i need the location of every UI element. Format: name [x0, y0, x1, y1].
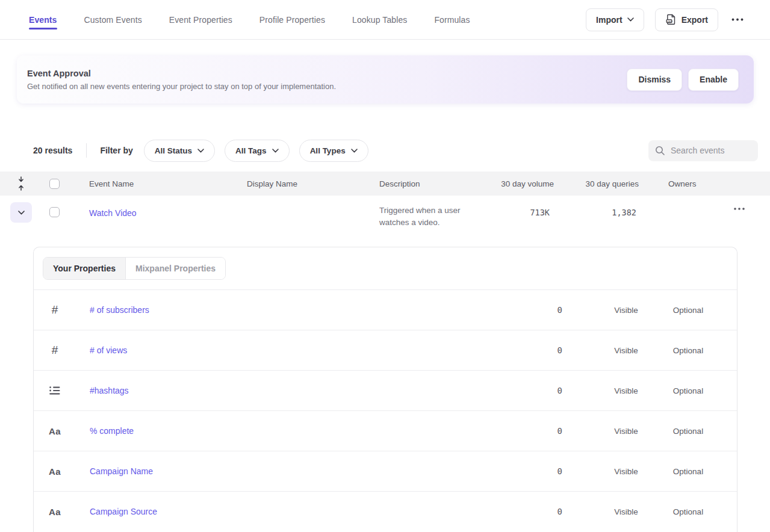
event-volume: 713K [494, 196, 554, 217]
event-description: Triggered when a user watches a video. [379, 196, 494, 229]
property-volume: 0 [502, 305, 562, 315]
property-volume: 0 [502, 507, 562, 516]
header-event-name: Event Name [66, 179, 247, 188]
nav-actions: Import csv Export [586, 8, 770, 31]
property-type-cell: # Aa [34, 466, 76, 477]
more-options-button[interactable] [729, 18, 746, 21]
lexicon-events-page: EventsCustom EventsEvent PropertiesProfi… [0, 0, 770, 532]
banner-description: Get notified on all new events entering … [27, 82, 336, 91]
list-type-icon [49, 386, 60, 395]
property-requirement: Optional [658, 467, 718, 476]
property-name-link[interactable]: Campaign Source [90, 507, 157, 516]
property-type-cell: # Aa [34, 507, 76, 517]
property-volume: 0 [502, 345, 562, 355]
search-input[interactable] [671, 146, 751, 155]
filter-dropdown-label: All Tags [235, 146, 267, 155]
table-header-row: Event Name Display Name Description 30 d… [0, 172, 770, 196]
nav-tab-profile-properties[interactable]: Profile Properties [259, 0, 325, 40]
property-name-link[interactable]: # of subscribers [90, 305, 149, 315]
banner-title: Event Approval [27, 69, 336, 78]
number-type-icon: # [52, 303, 58, 317]
collapse-all-button[interactable] [14, 176, 28, 191]
property-requirement: Optional [658, 386, 718, 395]
property-name-link[interactable]: # of views [90, 345, 127, 355]
export-button[interactable]: csv Export [655, 8, 718, 31]
filter-dropdown-label: All Status [155, 146, 192, 155]
banner-text: Event Approval Get notified on all new e… [17, 69, 336, 91]
top-navigation: EventsCustom EventsEvent PropertiesProfi… [0, 0, 770, 40]
chevron-down-icon [351, 149, 358, 153]
chevron-down-icon [272, 149, 279, 153]
filter-dropdowns: All Status All Tags All Types [144, 140, 378, 162]
property-visibility: Visible [596, 386, 656, 395]
collapse-arrows-icon [17, 176, 25, 191]
results-count: 20 results [33, 146, 72, 155]
collapse-all-cell [0, 176, 42, 191]
chevron-down-icon [627, 17, 634, 22]
property-visibility: Visible [596, 346, 656, 355]
property-volume: 0 [502, 386, 562, 395]
property-type-cell: # Aa [34, 344, 76, 357]
properties-panel: Your Properties Mixpanel Properties # Aa… [33, 247, 737, 532]
property-requirement: Optional [658, 306, 718, 315]
property-row: # Aa # of subscribers 0 Visible Optional [34, 289, 737, 330]
chevron-down-icon [197, 149, 204, 153]
property-requirement: Optional [658, 507, 718, 516]
tab-mixpanel-properties[interactable]: Mixpanel Properties [126, 258, 225, 279]
number-type-icon: # [52, 344, 58, 357]
property-visibility: Visible [596, 467, 656, 476]
nav-tab-event-properties[interactable]: Event Properties [169, 0, 232, 40]
banner-actions: Dismiss Enable [627, 69, 754, 91]
collapse-row-button[interactable] [10, 202, 32, 223]
header-queries: 30 day queries [554, 179, 639, 188]
header-owners: Owners [639, 179, 716, 188]
search-icon [655, 146, 665, 156]
select-all-checkbox[interactable] [49, 179, 60, 189]
property-type-cell: # Aa [34, 426, 76, 436]
property-rows: # Aa # of subscribers 0 Visible Optional… [34, 289, 737, 531]
property-name-link[interactable]: #hashtags [90, 386, 129, 395]
enable-button[interactable]: Enable [688, 69, 739, 91]
event-approval-banner: Event Approval Get notified on all new e… [17, 55, 754, 104]
export-button-label: Export [682, 15, 708, 25]
header-volume: 30 day volume [494, 179, 554, 188]
filter-dropdown-all-tags[interactable]: All Tags [225, 140, 290, 162]
property-visibility: Visible [596, 306, 656, 315]
ellipsis-icon [734, 208, 745, 210]
csv-file-icon: csv [665, 14, 677, 25]
property-type-cell: # Aa [34, 386, 76, 395]
import-button[interactable]: Import [586, 8, 644, 31]
row-more-button[interactable] [730, 204, 748, 214]
dismiss-button[interactable]: Dismiss [627, 69, 682, 91]
filter-dropdown-all-status[interactable]: All Status [144, 140, 215, 162]
import-button-label: Import [596, 15, 623, 25]
property-name-link[interactable]: % complete [90, 426, 134, 436]
property-row: # Aa Campaign Source 0 Visible Optional [34, 491, 737, 531]
event-queries: 1,382 [554, 196, 639, 217]
property-visibility: Visible [596, 507, 656, 516]
property-name-link[interactable]: Campaign Name [90, 466, 153, 476]
event-row: Watch Video Triggered when a user watche… [0, 196, 770, 247]
nav-tab-lookup-tables[interactable]: Lookup Tables [352, 0, 407, 40]
property-requirement: Optional [658, 427, 718, 436]
property-row: # Aa Campaign Name 0 Visible Optional [34, 451, 737, 491]
property-requirement: Optional [658, 346, 718, 355]
event-name-link[interactable]: Watch Video [89, 208, 137, 218]
row-checkbox[interactable] [49, 207, 60, 217]
property-visibility: Visible [596, 427, 656, 436]
tab-your-properties[interactable]: Your Properties [43, 258, 126, 279]
search-box[interactable] [648, 140, 758, 161]
filter-dropdown-all-types[interactable]: All Types [299, 140, 368, 162]
property-volume: 0 [502, 466, 562, 476]
nav-tab-events[interactable]: Events [29, 0, 57, 40]
nav-tabs: EventsCustom EventsEvent PropertiesProfi… [0, 0, 470, 40]
properties-tabs: Your Properties Mixpanel Properties [34, 247, 737, 289]
vertical-divider [86, 143, 87, 158]
property-type-cell: # Aa [34, 303, 76, 317]
nav-tab-formulas[interactable]: Formulas [434, 0, 470, 40]
property-row: # Aa #hashtags 0 Visible Optional [34, 370, 737, 410]
nav-tab-custom-events[interactable]: Custom Events [84, 0, 142, 40]
chevron-down-icon [18, 211, 25, 215]
header-description: Description [379, 179, 494, 188]
text-type-icon: Aa [49, 507, 61, 517]
